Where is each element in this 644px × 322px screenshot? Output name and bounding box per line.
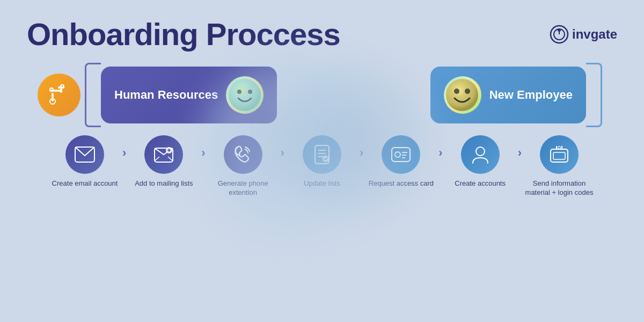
- hr-card: Human Resources: [101, 67, 277, 123]
- step-label-phone: Generate phone extention: [206, 179, 281, 197]
- step-phone-ext: Generate phone extention: [206, 135, 281, 197]
- step-send-info: Send information material + login codes: [522, 135, 597, 197]
- bracket-right: [586, 63, 602, 127]
- svg-point-16: [465, 89, 470, 94]
- hr-face-emoji: [226, 76, 264, 114]
- svg-point-15: [454, 89, 459, 94]
- step-label-mailing: Add to mailing lists: [135, 179, 193, 188]
- robot-icon: [38, 74, 80, 116]
- svg-point-13: [248, 90, 252, 94]
- step-create-accounts: Create accounts: [443, 135, 518, 188]
- employee-card-label: New Employee: [489, 87, 573, 103]
- invgate-logo: invgate: [550, 25, 617, 44]
- arrow-3: ›: [281, 135, 284, 160]
- logo-text: invgate: [572, 27, 617, 42]
- actors-row: Human Resources: [27, 63, 617, 127]
- step-circle-mailing: [144, 135, 183, 174]
- arrow-5: ›: [438, 135, 442, 160]
- svg-rect-27: [392, 148, 410, 162]
- svg-point-32: [476, 147, 485, 156]
- step-circle-accounts: [461, 135, 500, 174]
- header: Onboarding Proccess invgate: [27, 16, 617, 52]
- right-actor-group: New Employee: [430, 63, 606, 127]
- arrow-1: ›: [122, 135, 126, 160]
- step-label-send: Send information material + login codes: [522, 179, 597, 197]
- svg-point-11: [229, 79, 261, 111]
- hr-card-label: Human Resources: [114, 87, 218, 103]
- step-label-update: Update lists: [304, 179, 340, 188]
- step-label-accounts: Create accounts: [455, 179, 506, 188]
- invgate-logo-icon: [550, 25, 569, 44]
- svg-point-2: [558, 28, 561, 32]
- step-circle-email: [65, 135, 104, 174]
- step-circle-send: [540, 135, 579, 174]
- arrow-6: ›: [518, 135, 522, 160]
- content-area: Human Resources: [27, 63, 617, 197]
- employee-card: New Employee: [430, 67, 586, 123]
- svg-point-28: [395, 152, 400, 157]
- step-mailing-lists: Add to mailing lists: [126, 135, 201, 188]
- steps-row: Create email account › Add to ma: [27, 135, 617, 197]
- employee-face-emoji: [444, 76, 481, 114]
- step-update-lists: Update lists: [284, 135, 360, 188]
- left-actor-group: Human Resources: [38, 63, 277, 127]
- step-create-email: Create email account: [47, 135, 122, 188]
- svg-point-14: [446, 79, 478, 111]
- svg-point-12: [237, 90, 241, 94]
- main-container: Onboarding Proccess invgate: [0, 0, 644, 322]
- step-label-email: Create email account: [52, 179, 118, 188]
- step-circle-lists: [303, 135, 341, 174]
- step-circle-access: [382, 135, 420, 174]
- svg-rect-5: [52, 93, 54, 101]
- arrow-4: ›: [360, 135, 363, 160]
- arrow-2: ›: [201, 135, 205, 160]
- bracket-left: [85, 63, 101, 127]
- page-title: Onboarding Proccess: [27, 16, 340, 52]
- step-circle-phone: [224, 135, 262, 174]
- step-label-access: Request access card: [369, 179, 434, 188]
- step-access-card: Request access card: [363, 135, 438, 188]
- svg-rect-34: [553, 152, 565, 159]
